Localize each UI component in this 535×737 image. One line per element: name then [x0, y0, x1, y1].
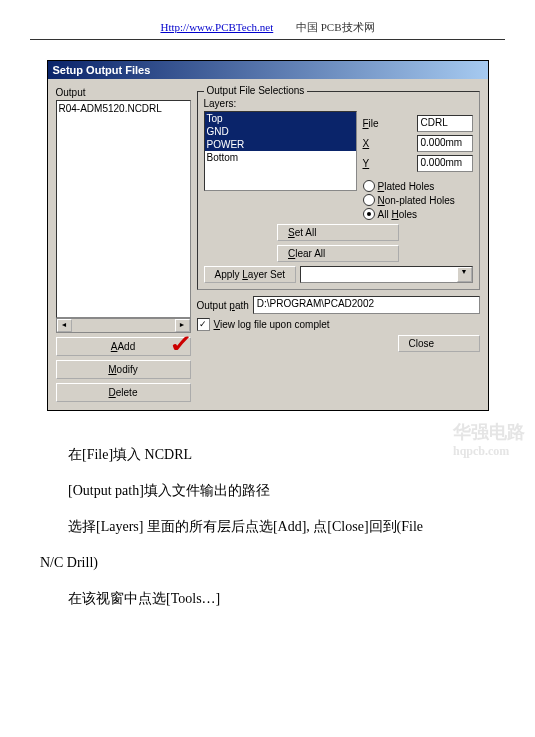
- layer-item[interactable]: POWER: [205, 138, 356, 151]
- header-link[interactable]: Http://www.PCBTech.net: [160, 21, 273, 33]
- view-log-label: View log file upon complet: [214, 319, 330, 330]
- instruction-line: N/C Drill): [40, 549, 495, 577]
- close-button[interactable]: Close: [398, 335, 480, 352]
- chevron-down-icon[interactable]: ▼: [457, 267, 472, 282]
- y-input[interactable]: 0.000mm: [417, 155, 473, 172]
- all-holes-radio[interactable]: All Holes: [363, 208, 473, 220]
- y-label: Y: [363, 158, 413, 169]
- header-rule: [30, 39, 505, 40]
- instruction-line: [Output path]填入文件输出的路径: [40, 477, 495, 505]
- output-item[interactable]: R04-ADM5120.NCDRL: [59, 103, 188, 114]
- instructions-text: 在[File]填入 NCDRL [Output path]填入文件输出的路径 选…: [40, 441, 495, 613]
- layers-listbox[interactable]: Top GND POWER Bottom: [204, 111, 357, 191]
- setup-output-dialog: Setup Output Files Output R04-ADM5120.NC…: [47, 60, 489, 411]
- checkmark-annotation: ✓: [169, 330, 193, 358]
- output-label: Output: [56, 87, 191, 98]
- output-listbox[interactable]: R04-ADM5120.NCDRL: [56, 100, 191, 318]
- layer-item[interactable]: GND: [205, 125, 356, 138]
- x-input[interactable]: 0.000mm: [417, 135, 473, 152]
- clear-all-button[interactable]: Clear All: [277, 245, 399, 262]
- layer-set-dropdown[interactable]: ▼: [300, 266, 472, 283]
- instruction-line: 选择[Layers] 里面的所有层后点选[Add], 点[Close]回到(Fi…: [40, 513, 495, 541]
- layer-item[interactable]: Top: [205, 112, 356, 125]
- layers-label: Layers:: [204, 98, 357, 109]
- apply-layer-set-button[interactable]: Apply Layer Set: [204, 266, 297, 283]
- plated-holes-radio[interactable]: Plated Holes: [363, 180, 473, 192]
- delete-button[interactable]: Delete: [56, 383, 191, 402]
- modify-button[interactable]: Modify: [56, 360, 191, 379]
- x-label: X: [363, 138, 413, 149]
- nonplated-holes-radio[interactable]: Non-plated Holes: [363, 194, 473, 206]
- file-input[interactable]: CDRL: [417, 115, 473, 132]
- output-path-input[interactable]: D:\PROGRAM\PCAD2002: [253, 296, 480, 314]
- selections-fieldset: Output File Selections Layers: Top GND P…: [197, 91, 480, 290]
- output-path-label: Output path: [197, 300, 249, 311]
- scroll-left-icon[interactable]: ◄: [57, 319, 72, 332]
- instruction-line: 在该视窗中点选[Tools…]: [40, 585, 495, 613]
- file-label: File: [363, 118, 413, 129]
- layer-item[interactable]: Bottom: [205, 151, 356, 164]
- set-all-button[interactable]: Set All: [277, 224, 399, 241]
- selections-label: Output File Selections: [204, 85, 308, 96]
- view-log-checkbox[interactable]: ✓: [197, 318, 210, 331]
- dialog-title: Setup Output Files: [48, 61, 488, 79]
- instruction-line: 在[File]填入 NCDRL: [40, 441, 495, 469]
- page-header: Http://www.PCBTech.net 中国 PCB技术网: [30, 20, 505, 35]
- header-cn: 中国 PCB技术网: [296, 21, 375, 33]
